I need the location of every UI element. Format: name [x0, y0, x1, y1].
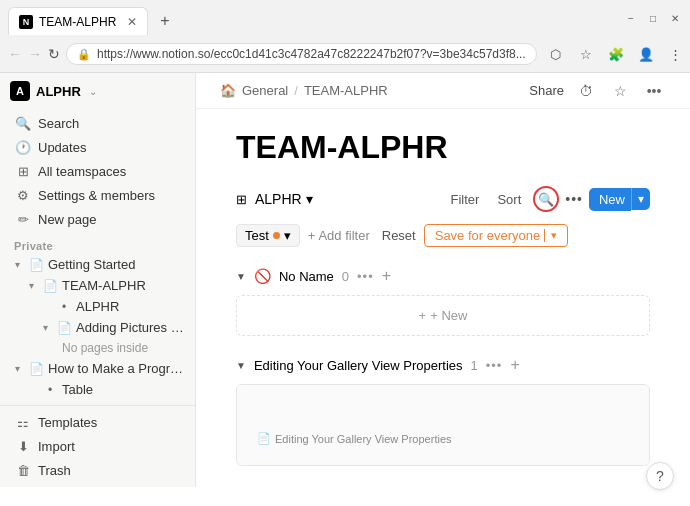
tree-item-adding-pictures[interactable]: ▾ 📄 Adding Pictures to Yo... [0, 317, 195, 338]
toggle-icon: ▾ [10, 259, 24, 270]
url-text: https://www.notion.so/ecc0c1d41c3c4782a4… [97, 47, 526, 61]
tree-item-team-alphr[interactable]: ▾ 📄 TEAM-ALPHR [0, 275, 195, 296]
workspace-chevron-icon: ⌄ [89, 86, 97, 97]
tree-item-alphr[interactable]: ▾ • ALPHR [0, 296, 195, 317]
toggle-icon: ▾ [24, 280, 38, 291]
filter-tag[interactable]: Test ▾ [236, 224, 300, 247]
sidebar-item-teamspaces[interactable]: ⊞ All teamspaces [4, 160, 191, 183]
address-bar[interactable]: 🔒 https://www.notion.so/ecc0c1d41c3c4782… [66, 43, 537, 65]
section-count: 1 [471, 358, 478, 373]
section-toggle-icon[interactable]: ▼ [236, 271, 246, 282]
minimize-button[interactable]: − [624, 11, 638, 25]
share-button[interactable]: Share [529, 83, 564, 98]
more-menu-icon[interactable]: ⋮ [663, 41, 689, 67]
close-button[interactable]: ✕ [668, 11, 682, 25]
sidebar-item-trash[interactable]: 🗑 Trash [4, 459, 191, 482]
user-icon[interactable]: 👤 [633, 41, 659, 67]
extensions-icon[interactable]: ⬡ [543, 41, 569, 67]
gallery-placeholder: 📄 Editing Your Gallery View Properties [237, 385, 649, 465]
forward-button[interactable]: → [28, 41, 42, 67]
new-page-label: New page [38, 212, 97, 227]
sidebar-item-templates[interactable]: ⚏ Templates [4, 411, 191, 434]
browser-tab[interactable]: N TEAM-ALPHR ✕ [8, 7, 148, 35]
gallery-item-preview: 📄 Editing Your Gallery View Properties [257, 432, 452, 445]
tree-item-label: Getting Started [48, 257, 185, 272]
page-icon: 📄 [28, 362, 44, 376]
maximize-button[interactable]: □ [646, 11, 660, 25]
section-more-icon[interactable]: ••• [357, 269, 374, 284]
all-teamspaces-label: All teamspaces [38, 164, 126, 179]
more-options-button[interactable]: ••• [565, 191, 583, 207]
section-more-icon[interactable]: ••• [486, 358, 503, 373]
filter-button[interactable]: Filter [445, 190, 486, 209]
section-no-name: ▼ 🚫 No Name 0 ••• + + + New [236, 263, 650, 336]
section-header-gallery: ▼ Editing Your Gallery View Properties 1… [236, 352, 650, 378]
sidebar-item-updates[interactable]: 🕐 Updates [4, 136, 191, 159]
star-icon[interactable]: ☆ [573, 41, 599, 67]
workspace-header[interactable]: A ALPHR ⌄ [0, 73, 195, 109]
page-tree: ▾ 📄 Getting Started ▾ 📄 TEAM-ALPHR ▾ • A… [0, 254, 195, 400]
add-new-item-button[interactable]: + + New [236, 295, 650, 336]
database-name[interactable]: ALPHR ▾ [255, 191, 313, 207]
sidebar-bottom: ⚏ Templates ⬇ Import 🗑 Trash [0, 405, 195, 487]
page-title: TEAM-ALPHR [236, 129, 650, 166]
reload-button[interactable]: ↻ [48, 41, 60, 67]
templates-label: Templates [38, 415, 97, 430]
breadcrumb-current: TEAM-ALPHR [304, 83, 388, 98]
sort-button[interactable]: Sort [491, 190, 527, 209]
add-filter-label: Add filter [318, 228, 369, 243]
new-dropdown-button[interactable]: ▾ [631, 188, 650, 210]
section-name: No Name [279, 269, 334, 284]
tree-item-label: TEAM-ALPHR [62, 278, 185, 293]
tree-item-getting-started[interactable]: ▾ 📄 Getting Started [0, 254, 195, 275]
search-button[interactable]: 🔍 [533, 186, 559, 212]
save-for-everyone-button[interactable]: Save for everyone ▾ [424, 224, 569, 247]
sidebar-item-import[interactable]: ⬇ Import [4, 435, 191, 458]
tab-favicon: N [19, 15, 33, 29]
tree-item-label: ALPHR [76, 299, 185, 314]
database-toolbar: ⊞ ALPHR ▾ Filter Sort 🔍 ••• New [236, 186, 650, 212]
import-icon: ⬇ [14, 439, 32, 454]
reset-button[interactable]: Reset [382, 228, 416, 243]
filter-dot-indicator [273, 232, 280, 239]
favorite-icon[interactable]: ☆ [608, 79, 632, 103]
lock-icon: 🔒 [77, 48, 91, 61]
share-area: Share ⏱ ☆ ••• [529, 79, 666, 103]
gallery-card[interactable]: 📄 Editing Your Gallery View Properties [236, 384, 650, 466]
puzzle-icon[interactable]: 🧩 [603, 41, 629, 67]
tree-item-table[interactable]: ▾ • Table [0, 379, 195, 400]
add-filter-button[interactable]: + Add filter [308, 228, 370, 243]
teamspaces-icon: ⊞ [14, 164, 32, 179]
page-icon: 📄 [42, 279, 58, 293]
more-options-icon[interactable]: ••• [642, 79, 666, 103]
tree-item-label: Table [62, 382, 185, 397]
save-dropdown-icon: ▾ [544, 229, 557, 242]
trash-label: Trash [38, 463, 71, 478]
tab-close-btn[interactable]: ✕ [127, 15, 137, 29]
new-button[interactable]: New [589, 188, 631, 211]
trash-icon: 🗑 [14, 463, 32, 478]
section-add-icon[interactable]: + [510, 356, 519, 374]
sidebar-item-settings[interactable]: ⚙ Settings & members [4, 184, 191, 207]
page-icon: 📄 [28, 258, 44, 272]
breadcrumb-separator: / [294, 83, 298, 98]
tab-title: TEAM-ALPHR [39, 15, 116, 29]
database-view-icon: ⊞ [236, 192, 247, 207]
sidebar: A ALPHR ⌄ 🔍 Search 🕐 Updates ⊞ All teams… [0, 73, 196, 487]
preview-text: Editing Your Gallery View Properties [275, 433, 452, 445]
back-button[interactable]: ← [8, 41, 22, 67]
new-tab-button[interactable]: + [152, 8, 178, 34]
section-add-icon[interactable]: + [382, 267, 391, 285]
history-icon[interactable]: ⏱ [574, 79, 598, 103]
toggle-icon: ▾ [10, 363, 24, 374]
sidebar-item-new-page[interactable]: ✏ New page [4, 208, 191, 231]
tree-item-how-to[interactable]: ▾ 📄 How to Make a Progress... [0, 358, 195, 379]
sidebar-item-search[interactable]: 🔍 Search [4, 112, 191, 135]
filter-bar: Test ▾ + Add filter Reset Save for every… [236, 224, 650, 247]
preview-doc-icon: 📄 [257, 432, 271, 445]
section-toggle-icon[interactable]: ▼ [236, 360, 246, 371]
new-label: + New [430, 308, 467, 323]
filter-tag-chevron-icon: ▾ [284, 228, 291, 243]
help-button[interactable]: ? [646, 462, 674, 490]
section-header-no-name: ▼ 🚫 No Name 0 ••• + [236, 263, 650, 289]
